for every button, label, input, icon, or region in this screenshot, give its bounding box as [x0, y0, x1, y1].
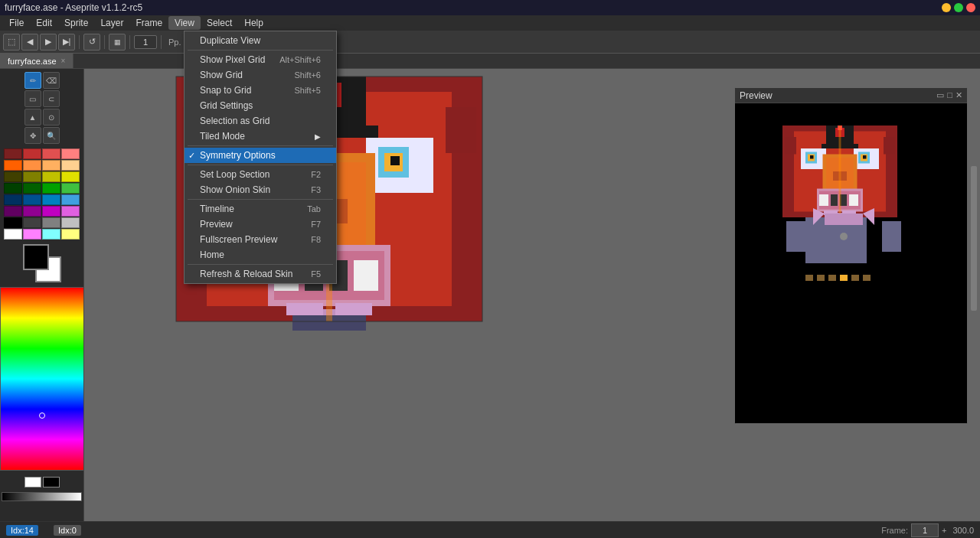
sep2 [104, 35, 105, 49]
tool-new[interactable]: ⬚ [3, 34, 20, 51]
white-swatch[interactable] [24, 477, 41, 487]
tool-pencil[interactable]: ✏ [24, 72, 41, 89]
palette-cell[interactable] [4, 206, 22, 217]
menu-item-label: Selection as Grid [200, 116, 270, 126]
menu-select[interactable]: Select [201, 16, 238, 30]
frame-plus-btn[interactable]: + [942, 526, 946, 535]
color-picker-dot [39, 412, 45, 419]
palette-cell[interactable] [4, 183, 22, 194]
tool-eraser[interactable]: ⌫ [43, 72, 60, 89]
palette-cell[interactable] [23, 160, 41, 171]
menu-view[interactable]: View [168, 16, 201, 30]
menu-sprite[interactable]: Sprite [58, 16, 94, 30]
palette-cell[interactable] [42, 229, 60, 240]
fps-value: 300.0 [952, 526, 974, 535]
menu-item-preview[interactable]: PreviewF7 [185, 217, 336, 232]
menu-item-show-pixel-grid[interactable]: Show Pixel GridAlt+Shift+6 [185, 52, 336, 67]
menu-item-selection-as-grid[interactable]: Selection as Grid [185, 113, 336, 129]
menu-item-tiled-mode[interactable]: Tiled Mode▶ [185, 129, 336, 144]
main-area: ✏ ⌫ ▭ ⊂ ▲ ⊙ ✥ 🔍 [0, 69, 980, 538]
palette-cell[interactable] [4, 194, 22, 205]
tool-checker[interactable]: ▦ [109, 34, 126, 51]
vscroll-thumb[interactable] [971, 166, 977, 311]
tool-loop[interactable]: ↺ [83, 34, 100, 51]
palette-cell[interactable] [61, 160, 80, 171]
palette-cell[interactable] [23, 217, 41, 228]
tool-eyedropper[interactable]: ⊙ [43, 109, 60, 126]
palette-cell[interactable] [23, 171, 41, 182]
menu-help[interactable]: Help [238, 16, 270, 30]
maximize-button[interactable] [954, 3, 963, 12]
palette-cell[interactable] [4, 217, 22, 228]
status-idx0: Idx:0 [54, 525, 81, 536]
palette-cell[interactable] [61, 183, 80, 194]
preview-restore-btn[interactable]: ▭ [936, 90, 944, 100]
palette-cell[interactable] [61, 194, 80, 205]
menu-item-refresh-reload-skin[interactable]: Refresh & Reload SkinF5 [185, 266, 336, 282]
menu-item-home[interactable]: Home [185, 247, 336, 262]
palette-cell[interactable] [23, 148, 41, 159]
tool-next[interactable]: ▶| [58, 34, 75, 51]
black-swatch[interactable] [43, 477, 60, 487]
titlebar: furryface.ase - Aseprite v1.1.2-rc5 [0, 0, 980, 15]
menu-item-show-onion-skin[interactable]: Show Onion SkinF3 [185, 182, 336, 197]
palette-cell[interactable] [4, 171, 22, 182]
palette-cell[interactable] [61, 206, 80, 217]
menu-item-duplicate-view[interactable]: Duplicate View [185, 33, 336, 48]
tab-close-button[interactable]: × [61, 57, 66, 65]
menu-item-symmetry-options[interactable]: Symmetry Options [185, 148, 336, 163]
palette-cell[interactable] [4, 229, 22, 240]
tool-play[interactable]: ▶ [40, 34, 57, 51]
frame-input[interactable]: 1 [134, 35, 157, 49]
preview-buttons: ▭ □ ✕ [936, 90, 962, 100]
tool-fill[interactable]: ▲ [24, 109, 41, 126]
tool-select-lasso[interactable]: ⊂ [43, 90, 60, 107]
shading-strip[interactable] [2, 492, 82, 501]
tab-furryface[interactable]: furryface.ase × [0, 54, 74, 68]
menu-frame[interactable]: Frame [129, 16, 168, 30]
menu-item-show-grid[interactable]: Show GridShift+6 [185, 67, 336, 83]
preview-close-btn[interactable]: ✕ [956, 90, 962, 100]
palette-cell[interactable] [23, 229, 41, 240]
palette-cell[interactable] [61, 217, 80, 228]
menu-file[interactable]: File [3, 16, 30, 30]
menu-item-label: Show Grid [200, 70, 243, 80]
window-buttons [942, 3, 975, 12]
palette-cell[interactable] [42, 194, 60, 205]
palette-cell[interactable] [42, 206, 60, 217]
menu-item-key: F3 [311, 185, 321, 194]
palette-cell[interactable] [23, 206, 41, 217]
color-gradient[interactable] [0, 287, 84, 471]
tool-move[interactable]: ✥ [24, 127, 41, 144]
palette-cell[interactable] [42, 148, 60, 159]
palette-cell[interactable] [42, 160, 60, 171]
palette-cell[interactable] [4, 160, 22, 171]
menu-item-fullscreen-preview[interactable]: Fullscreen PreviewF8 [185, 232, 336, 247]
palette-cell[interactable] [61, 148, 80, 159]
palette-cell[interactable] [42, 171, 60, 182]
palette-cell[interactable] [23, 183, 41, 194]
menu-item-label: Home [200, 249, 224, 260]
palette-cell[interactable] [4, 148, 22, 159]
close-button[interactable] [966, 3, 975, 12]
palette-cell[interactable] [42, 183, 60, 194]
palette-cell[interactable] [23, 194, 41, 205]
menu-edit[interactable]: Edit [30, 16, 58, 30]
menu-item-timeline[interactable]: TimelineTab [185, 201, 336, 217]
tool-select-rect[interactable]: ▭ [24, 90, 41, 107]
palette-cell[interactable] [61, 229, 80, 240]
palette-cell[interactable] [42, 217, 60, 228]
menu-item-set-loop-section[interactable]: Set Loop SectionF2 [185, 167, 336, 182]
tool-prev[interactable]: ◀ [21, 34, 38, 51]
palette-area [4, 148, 80, 240]
menu-layer[interactable]: Layer [94, 16, 129, 30]
minimize-button[interactable] [942, 3, 951, 12]
sep4 [161, 35, 162, 49]
preview-maximize-btn[interactable]: □ [947, 90, 952, 100]
tool-zoom[interactable]: 🔍 [43, 127, 60, 144]
frame-number-input[interactable]: 1 [911, 523, 939, 537]
palette-cell[interactable] [61, 171, 80, 182]
foreground-color[interactable] [23, 244, 49, 270]
menu-item-snap-to-grid[interactable]: Snap to GridShift+5 [185, 83, 336, 98]
menu-item-grid-settings[interactable]: Grid Settings [185, 98, 336, 113]
